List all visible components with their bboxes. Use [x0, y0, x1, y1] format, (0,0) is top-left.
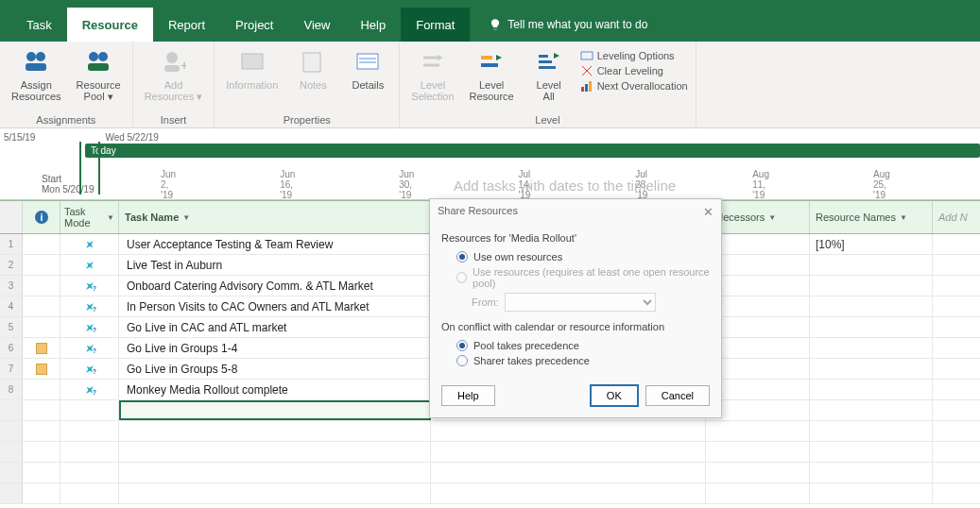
next-overallocation-button[interactable]: Next Overallocation [580, 79, 688, 93]
row-indicator [23, 296, 60, 316]
group-label-assignments: Assignments [8, 112, 125, 126]
svg-text:?: ? [92, 347, 95, 353]
svg-rect-14 [481, 56, 492, 59]
level-resource-button[interactable]: Level Resource [466, 45, 518, 112]
next-overallocation-icon [580, 79, 593, 93]
svg-text:?: ? [92, 367, 95, 374]
notes-icon [298, 47, 328, 77]
svg-text:?: ? [92, 388, 95, 395]
row-task-mode[interactable]: ? [60, 359, 119, 379]
level-all-button[interactable]: Level All [525, 45, 573, 112]
cancel-button[interactable]: Cancel [645, 385, 710, 406]
row-indicator [23, 317, 60, 337]
row-number[interactable]: 7 [0, 359, 23, 379]
row-task-mode[interactable] [60, 234, 119, 254]
svg-point-4 [98, 52, 108, 61]
row-indicator [23, 359, 60, 379]
radio-pool-precedence[interactable]: Pool takes precedence [456, 340, 710, 351]
col-task-mode[interactable]: Task Mode▼ [60, 201, 119, 233]
row-number[interactable]: 4 [0, 296, 23, 316]
ok-button[interactable]: OK [591, 385, 638, 406]
tab-format[interactable]: Format [401, 8, 470, 42]
table-row-empty[interactable] [0, 421, 980, 442]
tab-bar: Task Resource Report Project View Help F… [0, 8, 980, 42]
row-resource-names[interactable] [810, 276, 933, 296]
table-row-empty[interactable] [0, 442, 980, 463]
tab-resource[interactable]: Resource [67, 8, 153, 42]
share-resources-dialog: Share Resources ✕ Resources for 'Media R… [429, 198, 722, 418]
row-indicator [23, 255, 60, 275]
row-task-name[interactable]: Go Live in Groups 5-8 [119, 359, 431, 379]
resource-pool-button[interactable]: Resource Pool ▾ [73, 45, 125, 112]
row-task-name[interactable]: Go Live in CAC and ATL market [119, 317, 431, 337]
leveling-options-button[interactable]: Leveling Options [580, 49, 688, 62]
row-number[interactable]: 2 [0, 255, 23, 275]
row-number[interactable]: 1 [0, 234, 23, 254]
svg-text:?: ? [92, 326, 95, 332]
close-icon[interactable]: ✕ [703, 205, 714, 219]
tab-report[interactable]: Report [153, 8, 220, 42]
help-button[interactable]: Help [441, 385, 495, 406]
row-task-mode[interactable]: ? [60, 296, 119, 316]
lightbulb-icon [489, 18, 502, 31]
row-resource-names[interactable] [810, 255, 933, 275]
row-task-mode[interactable]: ? [60, 380, 119, 399]
clear-leveling-button[interactable]: Clear Leveling [580, 64, 688, 77]
svg-rect-19 [581, 52, 593, 59]
assign-resources-button[interactable]: Assign Resources [8, 45, 65, 112]
radio-use-pool: Use resources (requires at least one ope… [456, 266, 710, 289]
row-task-name[interactable]: Monkey Media Rollout complete [119, 380, 431, 399]
tab-task[interactable]: Task [11, 8, 67, 42]
row-resource-names[interactable] [810, 317, 933, 337]
add-resources-button: + Add Resources ▾ [141, 45, 207, 112]
tab-project[interactable]: Project [220, 8, 288, 42]
col-resource-names[interactable]: Resource Names▼ [810, 201, 933, 233]
row-resource-names[interactable]: [10%] [810, 234, 933, 254]
radio-use-own[interactable]: Use own resources [456, 251, 710, 262]
timeline-start: Start Mon 5/20/19 [42, 174, 95, 195]
row-task-mode[interactable]: ? [60, 276, 119, 296]
timeline-right-date: Wed 5/22/19 [105, 132, 159, 143]
timeline[interactable]: 5/15/19 Wed 5/22/19 Today Jun 2, '19Jun … [0, 128, 980, 200]
indicator-icon [36, 343, 47, 354]
information-button: Information [222, 45, 282, 112]
row-task-name[interactable]: Live Test in Auburn [119, 255, 431, 275]
svg-point-6 [166, 52, 178, 63]
col-add-new[interactable]: Add N [933, 201, 980, 233]
svg-rect-20 [581, 87, 584, 92]
svg-rect-17 [539, 60, 552, 63]
row-resource-names[interactable] [810, 338, 933, 358]
row-task-mode[interactable]: ? [60, 338, 119, 358]
col-task-name[interactable]: Task Name▼ [119, 201, 431, 233]
table-row-empty[interactable] [0, 463, 980, 483]
row-task-mode[interactable] [60, 255, 119, 275]
svg-point-1 [36, 52, 45, 61]
tab-help[interactable]: Help [345, 8, 401, 42]
tab-view[interactable]: View [288, 8, 345, 42]
row-number[interactable]: 5 [0, 317, 23, 337]
svg-rect-10 [303, 53, 320, 72]
row-indicator [23, 276, 60, 296]
radio-sharer-precedence[interactable]: Sharer takes precedence [456, 355, 710, 366]
tell-me-search[interactable]: Tell me what you want to do [489, 8, 647, 42]
svg-point-0 [26, 52, 36, 61]
col-indicators[interactable]: i [23, 201, 60, 233]
assign-resources-icon [21, 47, 51, 77]
row-task-name[interactable]: User Acceptance Testing & Team Review [119, 234, 431, 254]
level-selection-icon [418, 47, 448, 77]
svg-text:?: ? [92, 284, 95, 291]
indicator-icon [36, 364, 47, 375]
chevron-down-icon: ▼ [107, 213, 114, 222]
row-resource-names[interactable] [810, 359, 933, 379]
row-task-name[interactable]: In Person Visits to CAC Owners and ATL M… [119, 296, 431, 316]
row-resource-names[interactable] [810, 296, 933, 316]
row-task-name[interactable]: Go Live in Groups 1-4 [119, 338, 431, 358]
row-task-mode[interactable]: ? [60, 317, 119, 337]
row-number[interactable]: 8 [0, 380, 23, 399]
table-row-empty[interactable] [0, 483, 980, 504]
row-resource-names[interactable] [810, 380, 933, 399]
details-button[interactable]: Details [344, 45, 391, 112]
row-number[interactable]: 3 [0, 276, 23, 296]
row-number[interactable]: 6 [0, 338, 23, 358]
row-task-name[interactable]: Onboard Catering Advisory Comm. & ATL Ma… [119, 276, 431, 296]
